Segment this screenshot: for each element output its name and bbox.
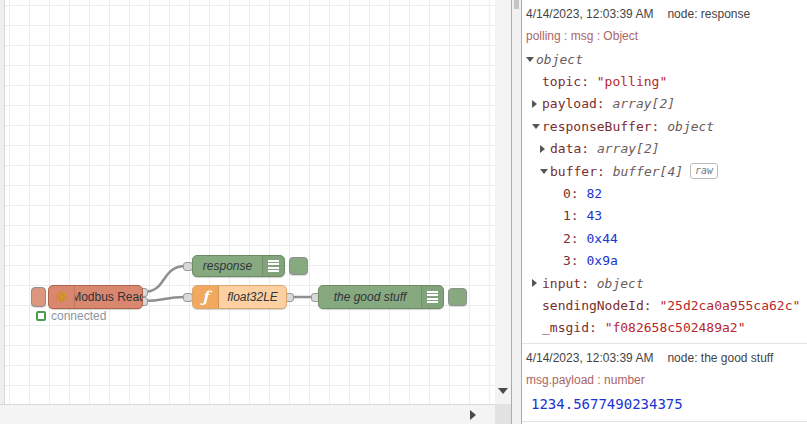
debug-object-tree: objecttopic: "polling"payload: array[2]r…	[526, 47, 801, 339]
debug-tree-row: sendingNodeId: "25d2ca0a955ca62c"	[526, 294, 801, 316]
modbus-icon: ✻	[49, 286, 75, 308]
sidebar-scroll-thumb[interactable]	[514, 0, 519, 9]
property-value: "f082658c502489a2"	[605, 320, 746, 335]
property-value: 0x44	[586, 231, 617, 246]
message-timestamp: 4/14/2023, 12:03:39 AM	[526, 351, 653, 365]
debug-tree-row: data: array[2]	[526, 138, 801, 160]
message-meta: polling : msg : Object	[526, 25, 801, 47]
debug-sidebar: 4/14/2023, 12:03:39 AM node: response po…	[522, 0, 807, 424]
property-value: 43	[586, 208, 602, 223]
property-value: "25d2ca0a955ca62c"	[659, 298, 800, 313]
value-type: buffer[4]	[613, 164, 683, 179]
wires-layer	[0, 0, 495, 404]
function-glyph: ƒ	[202, 290, 208, 305]
property-key: _msgid:	[542, 320, 605, 335]
scrollbar-corner	[495, 404, 511, 424]
collapse-arrow-icon[interactable]	[532, 124, 540, 129]
message-meta: msg.payload : number	[526, 369, 801, 391]
canvas-horizontal-scrollbar[interactable]	[0, 404, 495, 424]
debug-tree-row: topic: "polling"	[526, 70, 801, 92]
debug-tree-row: 0: 82	[526, 182, 801, 204]
goodstuff-debug-node[interactable]: the good stuff	[318, 285, 444, 309]
property-key: responseBuffer:	[542, 119, 667, 134]
scroll-right-arrow-icon[interactable]	[470, 410, 476, 420]
status-ring-icon	[36, 311, 46, 321]
node-label: Modbus Read	[75, 286, 142, 308]
value-type: object	[597, 276, 644, 291]
debug-tree-row: responseBuffer: object	[526, 115, 801, 137]
property-key: 3:	[563, 253, 586, 268]
node-label: the good stuff	[319, 286, 421, 308]
function-icon: ƒ	[193, 286, 219, 308]
debug-message-goodstuff: 4/14/2023, 12:03:39 AM node: the good st…	[522, 344, 807, 422]
raw-toggle-button[interactable]: raw	[690, 163, 718, 179]
property-key: 0:	[563, 186, 586, 201]
property-value: 82	[586, 186, 602, 201]
modbus-status: connected	[36, 309, 106, 323]
debug-tree-row: 2: 0x44	[526, 227, 801, 249]
property-key: data:	[550, 141, 597, 156]
flow-canvas[interactable]: ✻ Modbus Read connected response ƒ float…	[0, 0, 495, 404]
goodstuff-enable-toggle-button[interactable]	[448, 288, 467, 306]
node-red-window: ✻ Modbus Read connected response ƒ float…	[0, 0, 807, 424]
debug-tree-row: 3: 0x9a	[526, 250, 801, 272]
debug-sidebar-icon	[421, 286, 443, 308]
message-source-node: node: response	[667, 7, 750, 21]
message-timestamp: 4/14/2023, 12:03:39 AM	[526, 7, 653, 21]
node-label: float32LE	[219, 286, 286, 308]
value-type: array[2]	[612, 96, 675, 111]
expand-arrow-icon[interactable]	[532, 279, 537, 287]
debug-tree-row: _msgid: "f082658c502489a2"	[526, 317, 801, 339]
response-debug-node[interactable]: response	[192, 255, 285, 277]
scroll-down-arrow-icon[interactable]	[498, 388, 508, 394]
value-type: object	[667, 119, 714, 134]
property-key: 2:	[563, 231, 586, 246]
debug-tree-row: buffer: buffer[4]raw	[526, 160, 801, 182]
sidebar-splitter[interactable]	[511, 0, 522, 424]
property-key: buffer:	[550, 164, 613, 179]
property-key: 1:	[563, 208, 586, 223]
debug-tree-row: object	[526, 48, 801, 70]
payload-number: 1234.5677490234375	[526, 391, 801, 417]
property-key: input:	[542, 276, 597, 291]
modbus-glyph: ✻	[56, 290, 68, 304]
float32le-function-node[interactable]: ƒ float32LE	[192, 285, 287, 309]
collapse-arrow-icon[interactable]	[540, 169, 548, 174]
property-key: payload:	[542, 96, 612, 111]
value-type: object	[536, 52, 583, 67]
node-label: response	[193, 256, 262, 276]
canvas-vertical-scrollbar[interactable]	[495, 0, 511, 404]
wire-modbus-to-float32le[interactable]	[143, 297, 186, 301]
status-text: connected	[51, 309, 106, 323]
debug-tree-row: input: object	[526, 272, 801, 294]
modbus-read-node[interactable]: ✻ Modbus Read	[48, 285, 143, 309]
modbus-trigger-button[interactable]	[31, 287, 46, 307]
debug-sidebar-icon	[262, 256, 284, 276]
message-source-node: node: the good stuff	[667, 351, 773, 365]
property-key: topic:	[542, 74, 597, 89]
property-value: "polling"	[597, 74, 667, 89]
debug-tree-row: 1: 43	[526, 205, 801, 227]
debug-message-response: 4/14/2023, 12:03:39 AM node: response po…	[522, 0, 807, 344]
collapse-arrow-icon[interactable]	[526, 57, 534, 62]
expand-arrow-icon[interactable]	[540, 145, 545, 153]
expand-arrow-icon[interactable]	[532, 100, 537, 108]
property-value: 0x9a	[586, 253, 617, 268]
value-type: array[2]	[597, 141, 660, 156]
debug-tree-row: payload: array[2]	[526, 93, 801, 115]
wire-modbus-to-response[interactable]	[143, 266, 186, 292]
property-key: sendingNodeId:	[542, 298, 659, 313]
response-enable-toggle-button[interactable]	[289, 257, 308, 275]
